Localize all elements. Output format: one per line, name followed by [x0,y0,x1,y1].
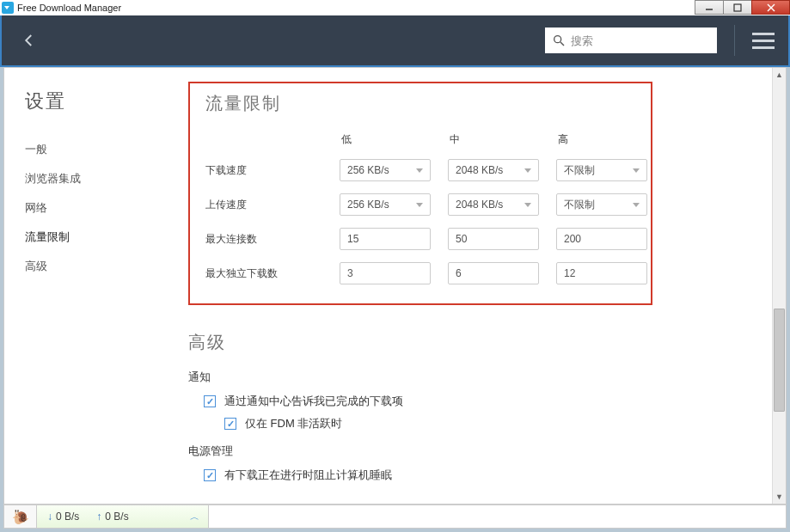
prevent-sleep-checkbox[interactable] [204,469,216,481]
prevent-sleep-label: 有下载正在进行时阻止计算机睡眠 [224,468,392,483]
notify-inactive-row[interactable]: 仅在 FDM 非活跃时 [224,416,760,431]
download-speed-low-select[interactable]: 256 KB/s [340,159,431,181]
svg-line-5 [560,42,564,46]
notify-done-row[interactable]: 通过通知中心告诉我已完成的下载项 [204,394,760,409]
max-conn-low-input[interactable] [340,228,431,250]
back-button[interactable] [15,27,43,54]
sidebar-item-browser[interactable]: 浏览器集成 [25,164,176,193]
sidebar-item-network[interactable]: 网络 [25,193,176,223]
arrow-up-icon: ↑ [96,511,101,523]
search-box[interactable] [545,28,717,53]
row-max-conn-label: 最大连接数 [205,232,334,247]
max-dl-high-input[interactable] [556,262,647,284]
power-header: 电源管理 [188,443,760,459]
download-speed-high-select[interactable]: 不限制 [556,159,647,181]
hamburger-icon [752,33,775,35]
notify-inactive-label: 仅在 FDM 非活跃时 [245,416,342,431]
max-dl-mid-input[interactable] [448,262,539,284]
advanced-section: 高级 通知 通过通知中心告诉我已完成的下载项 仅在 FDM 非活跃时 电源管理 … [188,331,760,483]
sidebar-item-traffic[interactable]: 流量限制 [25,223,176,252]
upload-speed-mid-select[interactable]: 2048 KB/s [448,193,539,216]
app-toolbar [0,15,790,67]
notify-done-label: 通过通知中心告诉我已完成的下载项 [224,394,403,409]
settings-content: 流量限制 低 中 高 下载速度 256 KB/s 2048 KB/s 不限制 上… [176,68,786,504]
window-title: Free Download Manager [17,3,121,13]
max-dl-low-input[interactable] [340,262,431,284]
speed-panel[interactable]: ↓ 0 B/s ↑ 0 B/s ︿ [37,505,209,528]
app-icon [2,2,14,14]
chevron-left-icon [21,33,37,48]
scroll-up-icon[interactable]: ▲ [773,68,786,82]
download-speed-mid-select[interactable]: 2048 KB/s [448,159,539,181]
prevent-sleep-row[interactable]: 有下载正在进行时阻止计算机睡眠 [204,468,760,483]
col-mid: 中 [448,132,551,147]
notify-inactive-checkbox[interactable] [224,418,236,430]
upload-speed-status: ↑ 0 B/s [96,511,128,523]
svg-point-4 [554,36,561,43]
scroll-thumb[interactable] [774,309,785,412]
main-area: 设置 一般 浏览器集成 网络 流量限制 高级 流量限制 低 中 高 下载速度 2… [3,67,787,504]
content-scrollbar[interactable]: ▲ ▼ [772,68,786,504]
close-button[interactable] [751,0,790,15]
row-upload-speed-label: 上传速度 [205,198,334,212]
snail-mode-button[interactable]: 🐌 [4,505,37,528]
download-speed-status: ↓ 0 B/s [47,511,79,523]
section-title-advanced: 高级 [188,331,760,354]
notify-done-checkbox[interactable] [204,395,216,407]
upload-speed-low-select[interactable]: 256 KB/s [340,193,431,216]
col-low: 低 [340,132,443,147]
minimize-button[interactable] [695,0,724,15]
traffic-limit-section: 流量限制 低 中 高 下载速度 256 KB/s 2048 KB/s 不限制 上… [188,82,652,305]
search-icon [552,34,566,47]
upload-speed-high-select[interactable]: 不限制 [556,193,647,216]
toolbar-divider [734,25,735,56]
sidebar-item-general[interactable]: 一般 [25,135,176,164]
snail-icon: 🐌 [12,509,29,525]
col-high: 高 [556,132,651,147]
max-conn-mid-input[interactable] [448,228,539,250]
svg-rect-1 [734,4,741,11]
chevron-up-icon: ︿ [190,511,199,523]
sidebar-item-advanced[interactable]: 高级 [25,252,176,281]
settings-sidebar: 设置 一般 浏览器集成 网络 流量限制 高级 [4,68,176,504]
arrow-down-icon: ↓ [47,511,52,523]
row-download-speed-label: 下载速度 [205,163,334,178]
max-conn-high-input[interactable] [556,228,647,250]
notify-header: 通知 [188,370,760,385]
scroll-down-icon[interactable]: ▼ [773,490,786,504]
row-max-dl-label: 最大独立下载数 [205,266,334,281]
section-title-traffic: 流量限制 [205,92,635,115]
status-bar: 🐌 ↓ 0 B/s ↑ 0 B/s ︿ [3,504,787,529]
menu-button[interactable] [752,29,775,52]
maximize-button[interactable] [723,0,752,15]
page-title: 设置 [25,89,176,114]
search-input[interactable] [571,34,710,47]
window-titlebar: Free Download Manager [0,0,790,15]
